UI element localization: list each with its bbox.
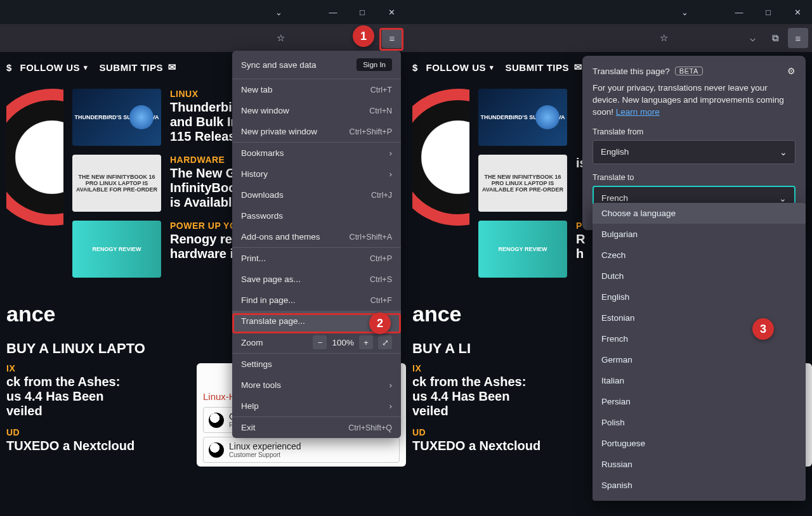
gear-icon[interactable]: ⚙ <box>787 66 796 76</box>
nav-submit[interactable]: SUBMIT TIPS <box>100 61 177 73</box>
language-option[interactable]: French <box>593 328 806 349</box>
language-option[interactable]: Dutch <box>593 266 806 287</box>
step-1-highlight <box>379 28 403 51</box>
step-badge-1: 1 <box>353 25 374 47</box>
menu-new-tab[interactable]: New tabCtrl+T <box>232 79 401 100</box>
step-badge-3: 3 <box>752 318 774 340</box>
side-article-2[interactable]: TUXEDO a Nextcloud <box>6 439 184 453</box>
minimize-button[interactable]: — <box>318 0 348 24</box>
language-option[interactable]: Persian <box>593 391 806 412</box>
side-tag-1: IX <box>412 363 590 373</box>
translate-privacy: For your privacy, translations never lea… <box>593 82 796 119</box>
menu-help[interactable]: Help› <box>232 396 401 416</box>
language-option[interactable]: Bulgarian <box>593 224 806 245</box>
language-option[interactable]: Czech <box>593 245 806 266</box>
laptop-feat-2: Linux experiencedCustomer Support <box>203 437 400 463</box>
language-option[interactable]: Spanish <box>593 475 806 496</box>
language-option[interactable]: Ukrainian <box>593 496 806 501</box>
minimize-button[interactable]: — <box>724 0 754 24</box>
step-badge-2: 2 <box>369 313 391 334</box>
language-option[interactable]: Polish <box>593 412 806 433</box>
menu-passwords[interactable]: Passwords <box>232 205 401 226</box>
side-tag-1: IX <box>6 363 184 373</box>
chevron-down-icon: ⌄ <box>780 147 787 157</box>
translate-from-select[interactable]: English⌄ <box>593 140 796 164</box>
pocket-icon[interactable]: ⌵ <box>742 28 763 48</box>
menu-find[interactable]: Find in page...Ctrl+F <box>232 290 401 311</box>
close-button[interactable]: ✕ <box>377 0 406 24</box>
side-tag-2: UD <box>6 427 184 437</box>
zoom-out-button[interactable]: − <box>313 335 327 349</box>
titlebar: ⌄ — □ ✕ <box>406 0 812 24</box>
nav-submit[interactable]: SUBMIT TIPS <box>506 61 583 73</box>
menu-downloads[interactable]: DownloadsCtrl+J <box>232 184 401 205</box>
extensions-icon[interactable]: ⧉ <box>765 28 785 48</box>
window-right: ⌄ — □ ✕ ☆ ⌵ ⧉ ≡ $ FOLLOW US SUBMIT TIPS … <box>406 0 812 516</box>
thumb-renogy[interactable]: RENOGY REVIEW <box>478 221 567 278</box>
menu-history[interactable]: History› <box>232 164 401 184</box>
tux-icon <box>209 413 224 428</box>
bookmark-star-icon[interactable]: ☆ <box>653 28 674 48</box>
thumb-infinitybook[interactable]: THE NEW INFINITYBOOK 16 PRO LINUX LAPTOP… <box>72 155 161 212</box>
app-menu-button[interactable]: ≡ <box>788 28 808 48</box>
bookmark-star-icon[interactable]: ☆ <box>270 28 291 48</box>
chevron-right-icon: › <box>390 169 393 179</box>
beta-badge: BETA <box>675 67 703 75</box>
language-option[interactable]: English <box>593 287 806 307</box>
menu-new-window[interactable]: New windowCtrl+N <box>232 100 401 121</box>
chevron-right-icon: › <box>390 380 393 390</box>
menu-new-private[interactable]: New private windowCtrl+Shift+P <box>232 121 401 142</box>
thumb-thunderbird[interactable]: THUNDERBIRD'S SUPERNOVA <box>72 89 161 146</box>
translate-to-label: Translate to <box>593 173 796 182</box>
menu-bookmarks[interactable]: Bookmarks› <box>232 143 401 164</box>
menu-zoom: Zoom − 100% + ⤢ <box>232 332 401 353</box>
chevron-down-icon: ⌄ <box>779 193 787 203</box>
maximize-button[interactable]: □ <box>754 0 783 24</box>
close-button[interactable]: ✕ <box>783 0 812 24</box>
tux-icon <box>209 442 224 458</box>
side-article-1[interactable]: ck from the Ashes:us 4.4 Has Beenveiled <box>6 375 184 418</box>
titlebar: ⌄ — □ ✕ <box>0 0 406 24</box>
menu-save[interactable]: Save page as...Ctrl+S <box>232 269 401 290</box>
nav-follow[interactable]: $ FOLLOW US <box>6 62 88 73</box>
language-dropdown: Choose a languageBulgarianCzechDutchEngl… <box>593 203 806 501</box>
menu-print[interactable]: Print...Ctrl+P <box>232 248 401 269</box>
language-option: Choose a language <box>593 203 806 224</box>
maximize-button[interactable]: □ <box>348 0 377 24</box>
learn-more-link[interactable]: Learn more <box>616 107 660 117</box>
hero-circle <box>412 89 469 228</box>
zoom-in-button[interactable]: + <box>359 335 373 349</box>
menu-addons[interactable]: Add-ons and themesCtrl+Shift+A <box>232 226 401 247</box>
thumb-infinitybook[interactable]: THE NEW INFINITYBOOK 16 PRO LINUX LAPTOP… <box>478 155 567 212</box>
chevron-right-icon: › <box>390 401 393 411</box>
toolbar: ☆ ◓ ≡ <box>0 24 406 52</box>
translate-from-label: Translate from <box>593 127 796 136</box>
side-article-1[interactable]: ck from the Ashes:us 4.4 Has Beenveiled <box>412 375 590 418</box>
hero-circle <box>6 89 63 228</box>
sign-in-button[interactable]: Sign In <box>357 58 392 71</box>
language-option[interactable]: Italian <box>593 370 806 391</box>
toolbar: ☆ ⌵ ⧉ ≡ <box>406 24 812 52</box>
nav-dollar-icon: $ <box>6 62 12 73</box>
thumb-renogy[interactable]: RENOGY REVIEW <box>72 221 161 278</box>
menu-more-tools[interactable]: More tools› <box>232 375 401 396</box>
zoom-value: 100% <box>332 338 354 347</box>
side-tag-2: UD <box>412 427 590 437</box>
window-left: ⌄ — □ ✕ ☆ ◓ ≡ $ FOLLOW US SUBMIT TIPS TH… <box>0 0 406 516</box>
nav-follow[interactable]: $ FOLLOW US <box>412 62 494 73</box>
translate-title: Translate this page? <box>593 67 670 76</box>
app-menu: Sync and save data Sign In New tabCtrl+T… <box>232 51 401 438</box>
menu-sync[interactable]: Sync and save data Sign In <box>232 51 401 79</box>
thumb-thunderbird[interactable]: THUNDERBIRD'S SUPERNOVA <box>478 89 567 146</box>
language-option[interactable]: Russian <box>593 454 806 475</box>
language-option[interactable]: Portuguese <box>593 433 806 454</box>
menu-settings[interactable]: Settings <box>232 354 401 375</box>
menu-exit[interactable]: ExitCtrl+Shift+Q <box>232 417 401 438</box>
side-article-2[interactable]: TUXEDO a Nextcloud <box>412 439 590 453</box>
language-option[interactable]: German <box>593 349 806 370</box>
chevron-right-icon: › <box>390 148 393 158</box>
tab-dropdown-button[interactable]: ⌄ <box>670 0 699 24</box>
language-option[interactable]: Estonian <box>593 307 806 328</box>
tab-dropdown-button[interactable]: ⌄ <box>264 0 293 24</box>
fullscreen-button[interactable]: ⤢ <box>378 335 392 349</box>
